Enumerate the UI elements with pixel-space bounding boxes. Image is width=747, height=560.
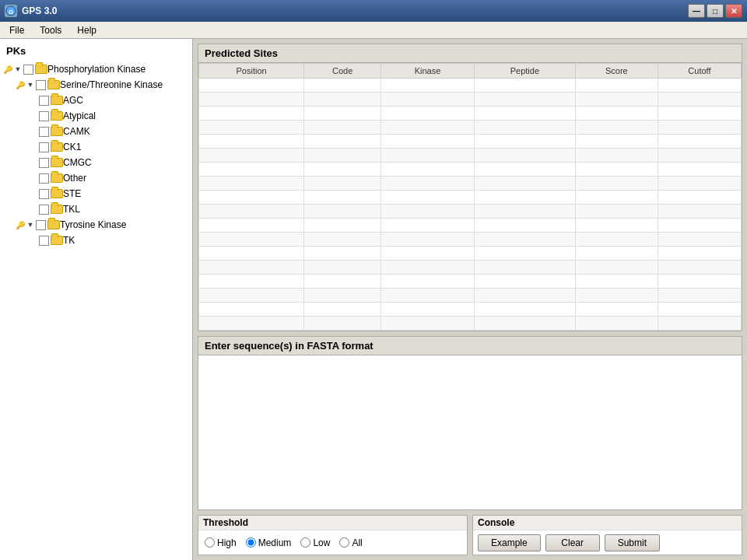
- table-row[interactable]: [199, 107, 742, 121]
- table-row[interactable]: [199, 177, 742, 191]
- expander-serine[interactable]: ▼: [25, 79, 36, 90]
- radio-medium[interactable]: [246, 537, 256, 548]
- table-row[interactable]: [199, 219, 742, 233]
- table-row[interactable]: [199, 79, 742, 93]
- right-panel: Predicted Sites Position Code Kinase Pep…: [193, 39, 747, 560]
- tree-row-tkl[interactable]: ▶ TKL: [0, 201, 192, 217]
- checkbox-ste[interactable]: [39, 189, 49, 199]
- checkbox-tk[interactable]: [39, 236, 49, 246]
- table-row[interactable]: [199, 93, 742, 107]
- radio-low[interactable]: [300, 537, 310, 548]
- table-row[interactable]: [199, 121, 742, 135]
- table-cell: [474, 79, 575, 93]
- threshold-all[interactable]: All: [339, 537, 362, 548]
- tree-row-serine[interactable]: 🔑 ▼ Serine/Threonine Kinase: [0, 77, 192, 93]
- tree-row-ck1[interactable]: ▶ CK1: [0, 139, 192, 155]
- menu-help[interactable]: Help: [71, 23, 103, 37]
- table-cell: [199, 163, 304, 177]
- checkbox-ck1[interactable]: [39, 142, 49, 152]
- table-row[interactable]: [199, 191, 742, 205]
- checkbox-camk[interactable]: [39, 127, 49, 137]
- checkbox-atypical[interactable]: [39, 111, 49, 121]
- checkbox-cmgc[interactable]: [39, 158, 49, 168]
- table-cell: [199, 107, 304, 121]
- table-row[interactable]: [199, 303, 742, 317]
- table-cell: [575, 177, 658, 191]
- col-position: Position: [199, 64, 304, 79]
- main-container: PKs 🔑 ▼ Phosphorylation Kinase 🔑 ▼ Serin…: [0, 39, 747, 560]
- sequence-panel: Enter sequence(s) in FASTA format: [198, 336, 742, 510]
- tree-row-other[interactable]: ▶ Other: [0, 170, 192, 186]
- label-agc: AGC: [63, 95, 83, 106]
- tree-row-cmgc[interactable]: ▶ CMGC: [0, 155, 192, 170]
- table-row[interactable]: [199, 261, 742, 275]
- folder-phosphorylation: [35, 65, 47, 74]
- table-cell: [575, 121, 658, 135]
- table-cell: [575, 205, 658, 219]
- tree-row-agc[interactable]: ▶ AGC: [0, 93, 192, 108]
- key-icon: 🔑: [3, 65, 11, 73]
- close-button[interactable]: ✕: [725, 4, 742, 18]
- table-row[interactable]: [199, 233, 742, 247]
- expander-phosphorylation[interactable]: ▼: [12, 64, 23, 75]
- col-kinase: Kinase: [381, 64, 475, 79]
- table-cell: [658, 247, 741, 261]
- table-cell: [199, 261, 304, 275]
- table-row[interactable]: [199, 205, 742, 219]
- table-cell: [575, 107, 658, 121]
- table-row[interactable]: [199, 135, 742, 149]
- threshold-medium[interactable]: Medium: [246, 537, 292, 548]
- table-row[interactable]: [199, 247, 742, 261]
- table-row[interactable]: [199, 289, 742, 303]
- table-cell: [199, 247, 304, 261]
- minimize-button[interactable]: —: [688, 4, 705, 18]
- tree-row-camk[interactable]: ▶ CAMK: [0, 124, 192, 139]
- folder-tk: [51, 236, 63, 245]
- threshold-high[interactable]: High: [205, 537, 237, 548]
- expander-ck1: ▶: [28, 142, 39, 152]
- expander-tk: ▶: [28, 235, 39, 246]
- checkbox-tkl[interactable]: [39, 205, 49, 215]
- table-cell: [658, 303, 741, 317]
- checkbox-phosphorylation[interactable]: [23, 65, 33, 75]
- menu-file[interactable]: File: [3, 23, 30, 37]
- radio-high[interactable]: [205, 537, 215, 548]
- submit-button[interactable]: Submit: [605, 534, 660, 551]
- table-cell: [304, 289, 381, 303]
- table-cell: [304, 79, 381, 93]
- radio-all[interactable]: [339, 537, 349, 548]
- table-cell: [381, 79, 475, 93]
- menu-tools[interactable]: Tools: [33, 23, 68, 37]
- tree-row-tyrosine[interactable]: 🔑 ▼ Tyrosine Kinase: [0, 217, 192, 233]
- table-cell: [474, 317, 575, 331]
- table-cell: [474, 261, 575, 275]
- table-cell: [381, 107, 475, 121]
- table-row[interactable]: [199, 149, 742, 163]
- clear-button[interactable]: Clear: [545, 534, 600, 551]
- table-cell: [381, 205, 475, 219]
- checkbox-serine[interactable]: [36, 80, 46, 90]
- threshold-low[interactable]: Low: [300, 537, 330, 548]
- table-row[interactable]: [199, 275, 742, 289]
- table-cell: [381, 261, 475, 275]
- checkbox-tyrosine[interactable]: [36, 220, 46, 230]
- tree-row-atypical[interactable]: ▶ Atypical: [0, 108, 192, 124]
- col-code: Code: [304, 64, 381, 79]
- table-cell: [381, 177, 475, 191]
- col-score: Score: [575, 64, 658, 79]
- table-cell: [304, 149, 381, 163]
- table-cell: [381, 233, 475, 247]
- expander-tyrosine[interactable]: ▼: [25, 219, 36, 230]
- tree-row-phosphorylation[interactable]: 🔑 ▼ Phosphorylation Kinase: [0, 61, 192, 77]
- checkbox-other[interactable]: [39, 173, 49, 184]
- table-row[interactable]: [199, 163, 742, 177]
- maximize-button[interactable]: □: [707, 4, 724, 18]
- table-row[interactable]: [199, 317, 742, 331]
- table-cell: [474, 93, 575, 107]
- tree-row-tk[interactable]: ▶ TK: [0, 233, 192, 248]
- example-button[interactable]: Example: [478, 534, 541, 551]
- table-cell: [575, 149, 658, 163]
- sequence-textarea[interactable]: [198, 355, 742, 509]
- checkbox-agc[interactable]: [39, 96, 49, 106]
- tree-row-ste[interactable]: ▶ STE: [0, 186, 192, 201]
